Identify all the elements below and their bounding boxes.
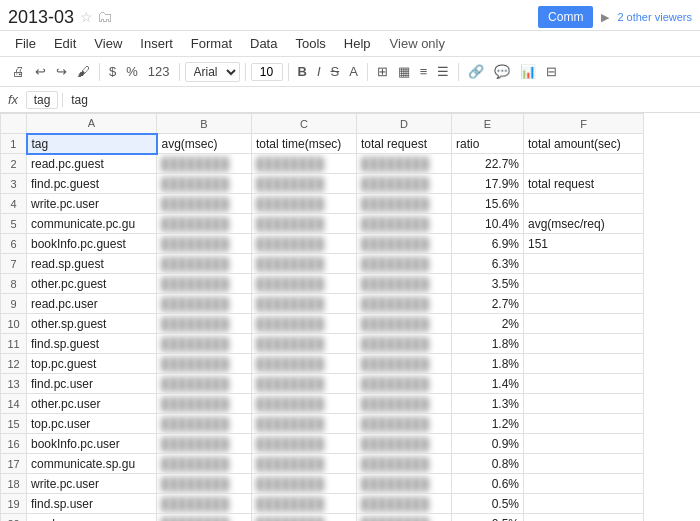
cell-total-amount[interactable] bbox=[524, 514, 644, 522]
cell-tag[interactable]: communicate.pc.gu bbox=[27, 214, 157, 234]
table-row[interactable]: 8other.pc.guest████████████████████████3… bbox=[1, 274, 644, 294]
cell-ratio[interactable]: 1.3% bbox=[452, 394, 524, 414]
table-row[interactable]: 15top.pc.user████████████████████████1.2… bbox=[1, 414, 644, 434]
cell-col-B[interactable]: ████████ bbox=[157, 494, 252, 514]
cell-col-D[interactable]: ████████ bbox=[357, 254, 452, 274]
table-row[interactable]: 1tagavg(msec)total time(msec)total reque… bbox=[1, 134, 644, 154]
cell-ratio[interactable]: 0.5% bbox=[452, 514, 524, 522]
cell-tag[interactable]: read.sp.guest bbox=[27, 254, 157, 274]
cell-col-C[interactable]: ████████ bbox=[252, 394, 357, 414]
cell-col-D[interactable]: ████████ bbox=[357, 274, 452, 294]
font-size-input[interactable] bbox=[251, 63, 283, 81]
table-row[interactable]: 9read.pc.user████████████████████████2.7… bbox=[1, 294, 644, 314]
cell-tag[interactable]: find.pc.guest bbox=[27, 174, 157, 194]
menu-edit[interactable]: Edit bbox=[47, 33, 83, 54]
font-selector[interactable]: Arial bbox=[185, 62, 240, 82]
table-row[interactable]: 5communicate.pc.gu██████████████████████… bbox=[1, 214, 644, 234]
cell-total-amount[interactable] bbox=[524, 374, 644, 394]
cell-reference[interactable]: tag bbox=[26, 91, 58, 109]
cell-ratio[interactable]: 10.4% bbox=[452, 214, 524, 234]
menu-tools[interactable]: Tools bbox=[288, 33, 332, 54]
cell-ratio[interactable]: 1.8% bbox=[452, 354, 524, 374]
table-row[interactable]: 12top.pc.guest████████████████████████1.… bbox=[1, 354, 644, 374]
cell-col-D[interactable]: ████████ bbox=[357, 434, 452, 454]
cell-total-amount[interactable] bbox=[524, 494, 644, 514]
format123-button[interactable]: 123 bbox=[144, 62, 174, 81]
cell-col-D[interactable]: ████████ bbox=[357, 154, 452, 174]
table-row[interactable]: 13find.pc.user████████████████████████1.… bbox=[1, 374, 644, 394]
cell-col-B[interactable]: ████████ bbox=[157, 434, 252, 454]
cell-col-D[interactable]: ████████ bbox=[357, 314, 452, 334]
table-row[interactable]: 11find.sp.guest████████████████████████1… bbox=[1, 334, 644, 354]
menu-help[interactable]: Help bbox=[337, 33, 378, 54]
cell-col-C[interactable]: ████████ bbox=[252, 194, 357, 214]
table-row[interactable]: 6bookInfo.pc.guest██████████████████████… bbox=[1, 234, 644, 254]
table-row[interactable]: 4write.pc.user████████████████████████15… bbox=[1, 194, 644, 214]
cell-total-amount[interactable] bbox=[524, 474, 644, 494]
folder-icon[interactable]: 🗂 bbox=[97, 8, 113, 26]
insert-comment-button[interactable]: 💬 bbox=[490, 62, 514, 81]
cell-col-B[interactable]: avg(msec) bbox=[157, 134, 252, 154]
cell-total-amount[interactable]: 151 bbox=[524, 234, 644, 254]
cell-col-D[interactable]: ████████ bbox=[357, 354, 452, 374]
cell-col-B[interactable]: ████████ bbox=[157, 254, 252, 274]
cell-ratio[interactable]: 0.9% bbox=[452, 434, 524, 454]
italic-button[interactable]: I bbox=[313, 62, 325, 81]
cell-ratio[interactable]: 1.8% bbox=[452, 334, 524, 354]
cell-col-C[interactable]: ████████ bbox=[252, 414, 357, 434]
cell-col-C[interactable]: total time(msec) bbox=[252, 134, 357, 154]
cell-col-B[interactable]: ████████ bbox=[157, 474, 252, 494]
cell-total-amount[interactable]: total request bbox=[524, 174, 644, 194]
col-header-E[interactable]: E bbox=[452, 114, 524, 134]
insert-link-button[interactable]: 🔗 bbox=[464, 62, 488, 81]
cell-total-amount[interactable] bbox=[524, 274, 644, 294]
cell-col-D[interactable]: ████████ bbox=[357, 414, 452, 434]
cell-tag[interactable]: other.sp.guest bbox=[27, 314, 157, 334]
table-row[interactable]: 10other.sp.guest████████████████████████… bbox=[1, 314, 644, 334]
cell-col-D[interactable]: ████████ bbox=[357, 394, 452, 414]
cell-total-amount[interactable] bbox=[524, 254, 644, 274]
cell-total-amount[interactable] bbox=[524, 414, 644, 434]
cell-tag[interactable]: top.pc.user bbox=[27, 414, 157, 434]
cell-ratio[interactable]: 6.9% bbox=[452, 234, 524, 254]
cell-ratio[interactable]: ratio bbox=[452, 134, 524, 154]
cell-col-D[interactable]: ████████ bbox=[357, 514, 452, 522]
cell-ratio[interactable]: 15.6% bbox=[452, 194, 524, 214]
insert-filter-button[interactable]: ⊟ bbox=[542, 62, 561, 81]
menu-view[interactable]: View bbox=[87, 33, 129, 54]
table-row[interactable]: 20read.sp.user████████████████████████0.… bbox=[1, 514, 644, 522]
formula-input[interactable] bbox=[62, 93, 692, 107]
cell-tag[interactable]: bookInfo.pc.user bbox=[27, 434, 157, 454]
col-header-F[interactable]: F bbox=[524, 114, 644, 134]
table-row[interactable]: 18write.pc.user████████████████████████0… bbox=[1, 474, 644, 494]
cell-col-C[interactable]: ████████ bbox=[252, 354, 357, 374]
paint-format-button[interactable]: 🖌 bbox=[73, 62, 94, 81]
cell-tag[interactable]: read.sp.user bbox=[27, 514, 157, 522]
cell-col-C[interactable]: ████████ bbox=[252, 254, 357, 274]
cell-ratio[interactable]: 1.4% bbox=[452, 374, 524, 394]
table-row[interactable]: 7read.sp.guest████████████████████████6.… bbox=[1, 254, 644, 274]
col-header-A[interactable]: A bbox=[27, 114, 157, 134]
menu-data[interactable]: Data bbox=[243, 33, 284, 54]
redo-button[interactable]: ↪ bbox=[52, 62, 71, 81]
cell-col-B[interactable]: ████████ bbox=[157, 334, 252, 354]
cell-col-C[interactable]: ████████ bbox=[252, 494, 357, 514]
cell-total-amount[interactable] bbox=[524, 334, 644, 354]
cell-col-D[interactable]: ████████ bbox=[357, 174, 452, 194]
bold-button[interactable]: B bbox=[294, 62, 311, 81]
cell-tag[interactable]: write.pc.user bbox=[27, 194, 157, 214]
cell-col-B[interactable]: ████████ bbox=[157, 354, 252, 374]
cell-total-amount[interactable]: avg(msec/req) bbox=[524, 214, 644, 234]
cell-col-D[interactable]: total request bbox=[357, 134, 452, 154]
menu-file[interactable]: File bbox=[8, 33, 43, 54]
cell-tag[interactable]: other.pc.guest bbox=[27, 274, 157, 294]
comments-button[interactable]: Comm bbox=[538, 6, 593, 28]
cell-col-D[interactable]: ████████ bbox=[357, 474, 452, 494]
cell-col-C[interactable]: ████████ bbox=[252, 374, 357, 394]
cell-col-B[interactable]: ████████ bbox=[157, 454, 252, 474]
cell-col-D[interactable]: ████████ bbox=[357, 334, 452, 354]
cell-col-C[interactable]: ████████ bbox=[252, 174, 357, 194]
cell-col-D[interactable]: ████████ bbox=[357, 294, 452, 314]
cell-col-B[interactable]: ████████ bbox=[157, 194, 252, 214]
text-color-button[interactable]: A bbox=[345, 62, 362, 81]
